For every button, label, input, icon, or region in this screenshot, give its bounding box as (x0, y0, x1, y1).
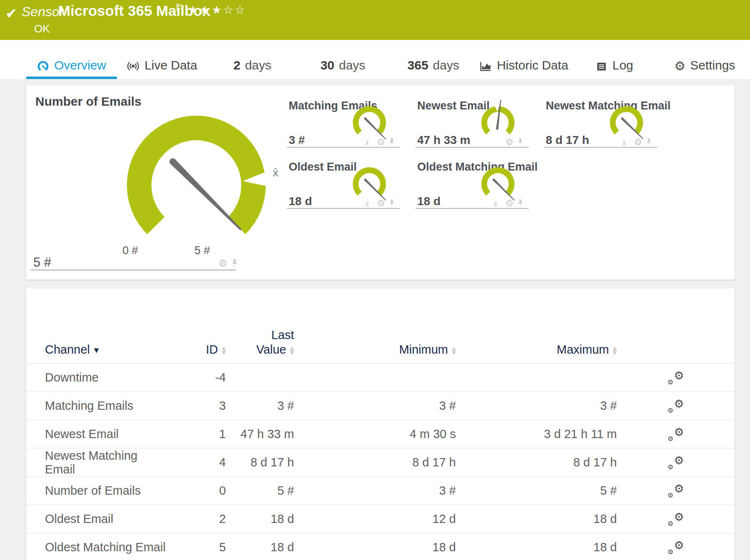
cell-maximum: 18 d (456, 512, 617, 526)
column-label: Maximum (557, 343, 609, 356)
tab-live-data[interactable]: Live Data (117, 40, 208, 79)
gauge-tile-newest-matching-email: Newest Matching Email 8 d 17 h x̄ ⚙ (544, 98, 657, 148)
channel-gear-icon[interactable]: ⚙ (505, 138, 514, 147)
channel-gear-icon[interactable]: ⚙ (505, 199, 514, 208)
cell-minimum: 4 m 30 s (294, 427, 456, 441)
channel-settings-gear-icon[interactable]: ⚙⚙ (668, 370, 684, 385)
tile-value: 47 h 33 m (417, 134, 470, 147)
pin-icon[interactable] (517, 199, 524, 208)
pin-icon[interactable] (389, 199, 395, 208)
cell-minimum: 3 # (294, 484, 456, 498)
channel-settings-gear-icon[interactable]: ⚙⚙ (668, 540, 684, 555)
sensor-status: OK (34, 22, 50, 35)
gauge-needle (168, 157, 243, 232)
status-ok-check-icon: ✔ (5, 5, 17, 22)
mean-marker: x̄ (365, 139, 369, 147)
tab-historic-data[interactable]: Historic Data (479, 40, 569, 79)
tab-2-days[interactable]: 2 days (207, 40, 298, 79)
column-label: Channel (45, 343, 90, 356)
gauge-tile-oldest-email: Oldest Email 18 d x̄ ⚙ (287, 159, 400, 209)
pin-icon[interactable] (517, 138, 524, 146)
gauge-needle (496, 99, 502, 130)
sort-carets-icon[interactable]: ▲▼ (290, 346, 294, 355)
sensor-header: ✔ Sensor Microsoft 365 Mailbox ⚐ ★★★☆☆ O… (0, 0, 750, 40)
tile-value: 8 d 17 h (546, 134, 589, 147)
gauge-tile-matching-emails: Matching Emails 3 # x̄ ⚙ (287, 98, 400, 148)
divider (30, 270, 236, 270)
channel-gear-icon[interactable]: ⚙ (377, 199, 385, 208)
channel-gear-icon[interactable]: ⚙ (218, 258, 228, 268)
table-body: Downtime -4 ⚙⚙ Matching Emails 3 3 # 3 #… (26, 363, 735, 560)
priority-star-rating[interactable]: ★★★☆☆ (188, 3, 247, 16)
tab-number: 2 (233, 58, 240, 72)
log-list-icon (595, 60, 608, 72)
cell-minimum: 18 d (294, 540, 456, 554)
stars-empty[interactable]: ☆☆ (223, 3, 247, 16)
object-kind-label: Sensor (22, 4, 64, 20)
cell-channel: Oldest Matching Email (45, 540, 170, 554)
cell-maximum: 8 d 17 h (456, 456, 617, 469)
tab-365-days[interactable]: 365 days (388, 40, 479, 79)
tab-label: Historic Data (497, 58, 568, 72)
tab-30-days[interactable]: 30 days (298, 40, 389, 79)
flag-icon[interactable]: ⚐ (175, 2, 184, 13)
sort-carets-icon[interactable]: ▲▼ (452, 346, 456, 355)
tab-label: Log (612, 58, 633, 72)
channel-settings-gear-icon[interactable]: ⚙⚙ (668, 455, 684, 470)
cell-id: -4 (170, 371, 226, 384)
column-header-id[interactable]: ID▲▼ (170, 343, 226, 357)
channel-settings-gear-icon[interactable]: ⚙⚙ (668, 483, 684, 498)
column-header-last-value[interactable]: Last Value▲▼ (226, 328, 294, 357)
table-row-downtime: Downtime -4 ⚙⚙ (26, 364, 735, 392)
tab-settings[interactable]: ⚙ Settings (660, 40, 750, 79)
pin-icon[interactable] (646, 138, 652, 146)
cell-last-value: 5 # (226, 484, 294, 498)
column-header-channel[interactable]: Channel▼ (45, 343, 170, 357)
cell-id: 1 (170, 427, 226, 441)
primary-channel-value: 5 # (33, 255, 51, 270)
tab-number: 365 (408, 58, 428, 72)
sort-carets-icon[interactable]: ▲▼ (222, 346, 226, 355)
mean-marker: x̄ (365, 201, 369, 208)
cell-maximum: 18 d (456, 540, 617, 554)
gauge-tile-newest-email: Newest Email 47 h 33 m ⚙ (416, 98, 529, 148)
tab-overview[interactable]: Overview (26, 40, 117, 79)
cell-channel: Newest Email (45, 427, 170, 441)
column-header-maximum[interactable]: Maximum▲▼ (456, 343, 617, 357)
channel-settings-gear-icon[interactable]: ⚙⚙ (668, 512, 684, 527)
column-label: Value (256, 343, 286, 356)
gear-icon: ⚙ (674, 60, 686, 72)
tab-label: Overview (54, 58, 106, 72)
tab-unit: days (245, 58, 271, 72)
tab-log[interactable]: Log (569, 40, 660, 79)
channel-gear-icon[interactable]: ⚙ (377, 138, 385, 147)
cell-minimum: 3 # (294, 399, 456, 413)
cell-channel: Downtime (45, 371, 170, 384)
mean-marker: x̄ (494, 201, 498, 208)
mean-marker: x̄ (622, 139, 626, 147)
cell-last-value: 18 d (226, 540, 294, 554)
channel-settings-gear-icon[interactable]: ⚙⚙ (668, 427, 684, 442)
cell-id: 5 (170, 540, 226, 554)
stars-filled[interactable]: ★★★ (188, 3, 223, 16)
gauge-tile-oldest-matching-email: Oldest Matching Email 18 d x̄ ⚙ (416, 159, 529, 209)
cell-id: 0 (170, 484, 226, 498)
cell-id: 3 (170, 399, 226, 413)
gauge-max-label: 5 # (186, 244, 219, 257)
channel-table-panel: Channel▼ ID▲▼ Last Value▲▼ Minimum▲▼ Max… (26, 288, 735, 560)
table-row-matching-emails: Matching Emails 3 3 # 3 # 3 # ⚙⚙ (26, 392, 735, 420)
pin-icon[interactable] (231, 259, 238, 268)
cell-id: 4 (170, 456, 226, 469)
broadcast-icon (126, 59, 140, 72)
cell-last-value: 8 d 17 h (226, 456, 294, 469)
table-header-row: Channel▼ ID▲▼ Last Value▲▼ Minimum▲▼ Max… (26, 288, 735, 363)
channel-settings-gear-icon[interactable]: ⚙⚙ (668, 399, 684, 414)
cell-maximum: 3 d 21 h 11 m (456, 427, 617, 441)
pin-icon[interactable] (389, 138, 395, 146)
tile-value: 18 d (417, 195, 441, 208)
channel-gear-icon[interactable]: ⚙ (634, 138, 642, 147)
sort-carets-icon[interactable]: ▲▼ (613, 346, 617, 355)
cell-last-value: 3 # (226, 399, 294, 413)
tile-value: 3 # (289, 134, 305, 147)
column-header-minimum[interactable]: Minimum▲▼ (294, 343, 456, 357)
